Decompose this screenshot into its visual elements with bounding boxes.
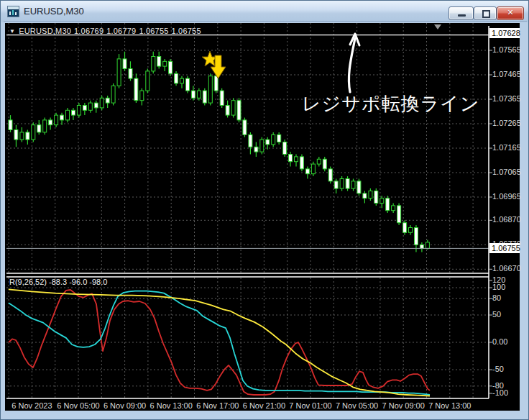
price-axis-label: 1.06965 bbox=[492, 192, 521, 201]
annotation-text[interactable]: レジサポ転換ライン bbox=[302, 91, 479, 117]
indicator-label: R(9,26,52) -88.3 -96.0 -98.0 bbox=[9, 278, 107, 286]
price-axis-label: 1.07565 bbox=[492, 45, 521, 54]
mt4-chart-window: EURUSD,M30 ✕ 1.075651.074651.073651.0726… bbox=[0, 0, 529, 420]
indicator-values: -88.3 -96.0 -98.0 bbox=[49, 278, 107, 286]
indicator-axis-label: 50 bbox=[492, 310, 501, 319]
annotation-arrow bbox=[349, 38, 355, 92]
header-low: 1.06755 bbox=[139, 27, 168, 35]
candlestick-chart[interactable] bbox=[1, 1, 529, 420]
RCI-medium-26-line bbox=[9, 291, 430, 395]
price-axis-label: 1.07365 bbox=[492, 94, 521, 103]
price-axis-label: 1.07265 bbox=[492, 119, 521, 127]
price-axis-label: 1.07465 bbox=[492, 70, 521, 78]
ohlc-header[interactable]: ▼EURUSD,M301.067691.067791.067551.06755 bbox=[9, 27, 204, 35]
header-close: 1.06755 bbox=[172, 27, 201, 35]
price-axis-label: 1.07165 bbox=[492, 143, 521, 152]
indicator-name: R(9,26,52) bbox=[9, 278, 47, 286]
resistance-price-marker: 1.07628 bbox=[489, 28, 520, 38]
bid-price-marker: 1.06755 bbox=[489, 243, 520, 253]
price-axis-label: 1.06870 bbox=[492, 215, 521, 224]
indicator-axis-label: 0.00 bbox=[492, 337, 507, 346]
chevron-down-icon[interactable]: ▼ bbox=[9, 28, 15, 35]
header-open: 1.06769 bbox=[74, 27, 104, 35]
chart-shift-marker bbox=[434, 24, 441, 29]
price-axis-label: 1.07065 bbox=[492, 168, 521, 176]
header-symbol-period: EURUSD,M30 bbox=[19, 27, 71, 35]
time-axis-label: 7 Nov 13:00 bbox=[418, 401, 482, 410]
indicator-axis-label: 80 bbox=[492, 293, 501, 302]
indicator-axis-label: 100 bbox=[492, 283, 505, 291]
indicator-axis-label: -50 bbox=[492, 365, 504, 373]
indicator-axis-label: -100 bbox=[492, 388, 508, 397]
price-axis-label: 1.06670 bbox=[492, 264, 521, 273]
header-high: 1.06779 bbox=[106, 27, 136, 35]
